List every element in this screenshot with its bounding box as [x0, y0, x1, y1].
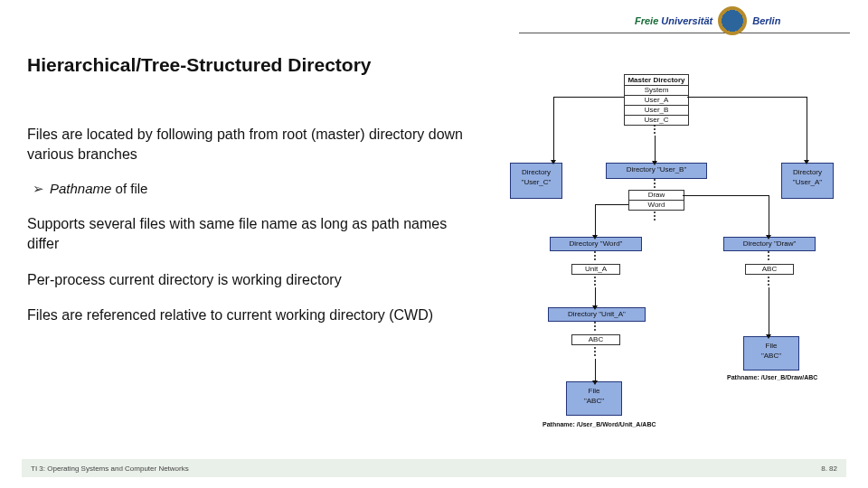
user-b-row-1: Word	[629, 201, 684, 210]
dots-icon	[594, 277, 596, 286]
draw-row-0: ABC	[746, 265, 793, 274]
footer-bar: TI 3: Operating Systems and Computer Net…	[22, 459, 846, 477]
arrow-line	[769, 195, 769, 235]
arrow-line	[655, 136, 656, 161]
arrow-line	[595, 204, 596, 235]
user-b-table: Draw Word	[628, 190, 684, 211]
arrow-line	[807, 97, 807, 160]
word-table: Unit_A	[571, 264, 620, 275]
paragraph-1: Files are located by following path from…	[27, 125, 470, 164]
arrow-line	[553, 97, 624, 98]
master-directory-box: Master Directory System User_A User_B Us…	[624, 74, 689, 126]
dots-icon	[654, 211, 656, 221]
footer-left: TI 3: Operating Systems and Computer Net…	[31, 465, 189, 473]
seal-icon	[718, 6, 747, 35]
file-abc-left: File "ABC"	[566, 381, 622, 416]
bullet-1: ➢ Pathname of file	[33, 180, 470, 198]
word-row-0: Unit_A	[572, 265, 619, 274]
bullet-1-emph: Pathname	[50, 181, 111, 196]
dots-icon	[654, 179, 656, 188]
paragraph-3: Per-process current directory is working…	[27, 270, 470, 290]
arrow-line	[683, 195, 769, 196]
bullet-1-text: Pathname of file	[50, 180, 147, 198]
paragraph-2: Supports several files with same file na…	[27, 214, 470, 253]
pathname-label-1: Pathname: /User_B/Word/Unit_A/ABC	[542, 421, 656, 427]
dots-icon	[594, 347, 596, 356]
chevron-right-icon: ➢	[33, 180, 44, 198]
master-row-1: User_A	[625, 96, 688, 106]
draw-table: ABC	[745, 264, 794, 275]
logo-word-city: Berlin	[752, 15, 780, 26]
dots-icon	[654, 125, 656, 134]
arrow-line	[687, 97, 807, 98]
footer-right: 8. 82	[821, 465, 837, 473]
dir-user-c-box: Directory "User_C"	[510, 163, 562, 199]
arrow-line	[595, 359, 596, 380]
tree-diagram: Master Directory System User_A User_B Us…	[497, 74, 859, 454]
logo-word-uni: Universität	[661, 15, 712, 26]
arrow-line	[595, 287, 596, 305]
master-row-0: System	[625, 86, 688, 96]
university-logo: Freie Universität Berlin	[635, 5, 852, 36]
body-column: Files are located by following path from…	[27, 125, 470, 342]
dots-icon	[594, 251, 596, 260]
bullet-1-rest: of file	[111, 181, 147, 196]
master-directory-header: Master Directory	[625, 75, 688, 86]
master-row-2: User_B	[625, 106, 688, 116]
dots-icon	[768, 251, 769, 260]
arrow-line	[769, 287, 769, 334]
logo-text: Freie Universität	[635, 15, 712, 26]
dots-icon	[594, 322, 596, 331]
page-title: Hierarchical/Tree-Structured Directory	[27, 54, 371, 76]
dir-user-a-box: Directory "User_A"	[781, 163, 834, 199]
user-b-row-0: Draw	[629, 191, 684, 201]
arrow-line	[553, 97, 554, 160]
dots-icon	[768, 277, 769, 286]
unit-a-table: ABC	[571, 334, 620, 345]
pathname-label-2: Pathname: /User_B/Draw/ABC	[727, 374, 817, 380]
arrow-line	[595, 204, 628, 205]
paragraph-4: Files are referenced relative to current…	[27, 305, 470, 325]
unit-a-row-0: ABC	[572, 335, 619, 344]
master-row-3: User_C	[625, 116, 688, 125]
file-abc-right: File "ABC"	[743, 336, 799, 371]
logo-word-free: Freie	[635, 15, 658, 26]
